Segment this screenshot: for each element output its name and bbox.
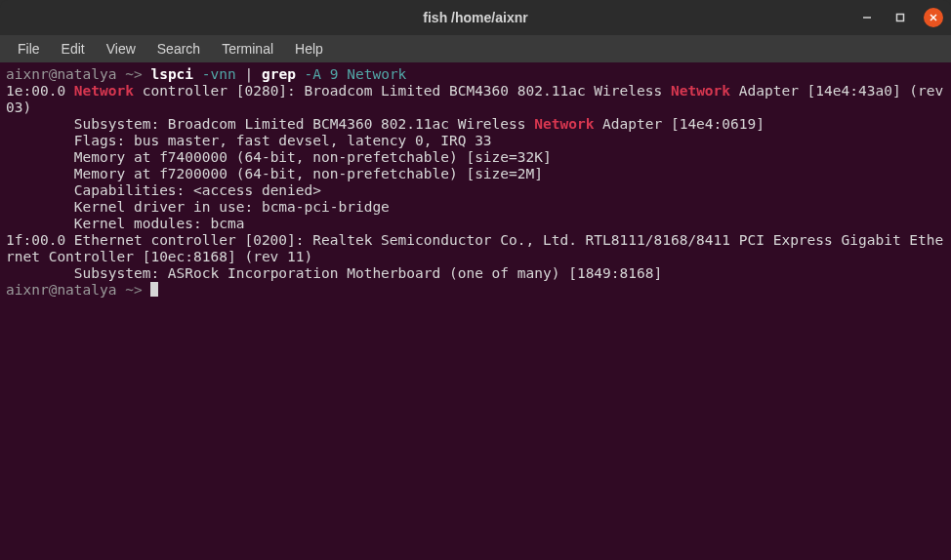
cmd-opt-vnn: -vnn bbox=[193, 66, 236, 82]
cursor bbox=[150, 282, 158, 297]
output-line: 1f:00.0 Ethernet controller [0200]: Real… bbox=[6, 232, 945, 265]
menu-search[interactable]: Search bbox=[147, 37, 210, 60]
window-title: fish /home/aixnr bbox=[423, 10, 527, 25]
cmd-opt-a9: -A 9 Network bbox=[296, 66, 407, 82]
prompt-separator: ~> bbox=[117, 66, 151, 82]
output-line: Capabilities: <access denied> bbox=[6, 182, 945, 199]
cmd-lspci: lspci bbox=[150, 66, 193, 82]
output-line: Memory at f7200000 (64-bit, non-prefetch… bbox=[6, 166, 945, 182]
prompt-line: aixnr@natalya ~> bbox=[6, 282, 945, 299]
maximize-icon bbox=[895, 13, 905, 22]
prompt-user: aixnr@natalya bbox=[6, 66, 117, 82]
terminal-area[interactable]: aixnr@natalya ~> lspci -vnn | grep -A 9 … bbox=[0, 62, 951, 560]
close-button[interactable] bbox=[924, 8, 943, 27]
titlebar: fish /home/aixnr bbox=[0, 0, 951, 35]
output-line: Kernel driver in use: bcma-pci-bridge bbox=[6, 199, 945, 216]
menubar: File Edit View Search Terminal Help bbox=[0, 35, 951, 62]
menu-edit[interactable]: Edit bbox=[52, 37, 95, 60]
window-controls bbox=[857, 8, 943, 27]
command-line: aixnr@natalya ~> lspci -vnn | grep -A 9 … bbox=[6, 66, 945, 83]
minimize-button[interactable] bbox=[857, 8, 877, 27]
grep-match: Network bbox=[534, 116, 594, 132]
output-line: Subsystem: Broadcom Limited BCM4360 802.… bbox=[6, 116, 945, 133]
menu-terminal[interactable]: Terminal bbox=[212, 37, 283, 60]
svg-rect-1 bbox=[897, 15, 904, 21]
grep-match: Network bbox=[671, 83, 730, 99]
close-icon bbox=[929, 13, 938, 22]
minimize-icon bbox=[862, 13, 872, 22]
output-line: Memory at f7400000 (64-bit, non-prefetch… bbox=[6, 149, 945, 166]
output-line: 1e:00.0 Network controller [0280]: Broad… bbox=[6, 83, 945, 116]
menu-help[interactable]: Help bbox=[285, 37, 333, 60]
output-line: Subsystem: ASRock Incorporation Motherbo… bbox=[6, 265, 945, 282]
prompt-separator: ~> bbox=[117, 282, 151, 298]
prompt-user: aixnr@natalya bbox=[6, 282, 117, 298]
output-line: Flags: bus master, fast devsel, latency … bbox=[6, 133, 945, 149]
cmd-grep: grep bbox=[262, 66, 296, 82]
cmd-pipe: | bbox=[236, 66, 262, 82]
output-line: Kernel modules: bcma bbox=[6, 216, 945, 232]
grep-match: Network bbox=[74, 83, 134, 99]
maximize-button[interactable] bbox=[890, 8, 910, 27]
menu-view[interactable]: View bbox=[97, 37, 145, 60]
menu-file[interactable]: File bbox=[8, 37, 50, 60]
